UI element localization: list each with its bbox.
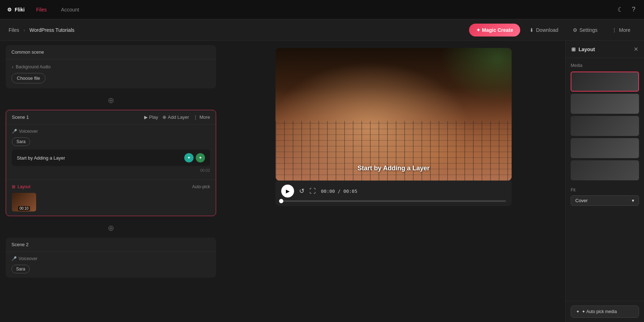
breadcrumb-separator: › (24, 27, 25, 33)
scene-2-voiceover-row: 🎤 Voiceover (11, 256, 210, 261)
app-name: Fliki (15, 7, 25, 13)
chevron-down-icon: ▾ (632, 198, 634, 203)
teal-icon[interactable]: ✦ (184, 153, 194, 162)
scene-1-play-button[interactable]: ▶ Play (144, 114, 158, 120)
scene-1-add-layer-button[interactable]: ⊕ Add Layer (162, 114, 189, 120)
more-icon: ⋮ (193, 114, 198, 120)
video-controls: ▶ ↺ ⛶ 00:00 / 00:05 (275, 180, 512, 206)
gear-icon: ⚙ (7, 7, 12, 13)
media-grid (571, 72, 639, 180)
replay-button[interactable]: ↺ (299, 187, 304, 195)
panel-title: ⊞ Layout (571, 47, 595, 52)
scene-2-header: Scene 2 (6, 238, 216, 252)
progress-thumb[interactable] (279, 199, 283, 203)
auto-pick-label: Auto-pick (192, 184, 210, 189)
star-icon: ✦ (576, 309, 580, 314)
scene-1-card: Scene 1 ▶ Play ⊕ Add Layer ⋮ More (6, 110, 216, 216)
green-icon[interactable]: ✦ (196, 153, 205, 162)
scene-1-time: 00:02 (12, 168, 210, 172)
video-background: Start by Adding a Layer (275, 48, 512, 181)
play-icon: ▶ (144, 114, 148, 120)
controls-row: ▶ ↺ ⛶ 00:00 / 00:05 (281, 185, 506, 197)
right-panel-header: ⊞ Layout ✕ (566, 41, 644, 58)
dark-mode-toggle[interactable]: ☾ (616, 4, 625, 15)
play-pause-button[interactable]: ▶ (281, 185, 294, 197)
scene-1-text-row[interactable]: Start by Adding a Layer ✦ ✦ (12, 150, 210, 166)
text-icons: ✦ ✦ (184, 153, 205, 162)
scene-1-text: Start by Adding a Layer (17, 155, 65, 161)
breadcrumb-actions: ✦ Magic Create ⬇ Download ⚙ Settings ⋮ M… (469, 24, 635, 36)
fit-label: Fit (571, 187, 639, 192)
right-panel: ⊞ Layout ✕ Media Fit Cover ▾ ✦ (565, 41, 644, 322)
progress-bar[interactable] (281, 200, 506, 202)
settings-button[interactable]: ⚙ Settings (568, 24, 603, 36)
settings-icon: ⚙ (573, 27, 577, 33)
add-scene-button-1[interactable]: ⊕ (105, 95, 117, 106)
scene-2-card: Scene 2 🎤 Voiceover Sara (6, 238, 216, 278)
video-corner-glow (441, 48, 512, 101)
breadcrumb-current: WordPress Tutorials (29, 27, 74, 33)
breadcrumb-root[interactable]: Files (9, 27, 19, 33)
layout-label: ⊞ Layout (12, 184, 30, 189)
add-layer-icon: ⊕ (162, 114, 166, 120)
download-icon: ⬇ (530, 27, 534, 33)
scene-1-more-button[interactable]: ⋮ More (193, 114, 210, 120)
more-dots-icon: ⋮ (612, 27, 617, 33)
common-scene-header: Common scene (6, 45, 216, 59)
auto-pick-media-button[interactable]: ✦ ✦ Auto pick media (571, 306, 639, 318)
media-item-1[interactable] (571, 72, 639, 92)
left-panel: Common scene ♪ Background Audio Choose f… (0, 41, 222, 322)
main-content: Common scene ♪ Background Audio Choose f… (0, 41, 644, 322)
video-preview: Start by Adding a Layer (275, 48, 512, 181)
media-item-4[interactable] (571, 138, 639, 158)
scene-1-body: 🎤 Voiceover Sara Start by Adding a Layer… (6, 125, 216, 180)
common-scene-card: Common scene ♪ Background Audio Choose f… (6, 45, 216, 88)
layout-grid-icon-right: ⊞ (571, 47, 576, 52)
layout-grid-icon: ⊞ (12, 184, 15, 189)
background-audio-label: ♪ Background Audio (11, 64, 210, 69)
auto-pick-media-footer: ✦ ✦ Auto pick media (566, 301, 644, 322)
center-panel: Start by Adding a Layer ▶ ↺ ⛶ 00:00 / 00… (222, 41, 565, 322)
mic-icon-2: 🎤 (11, 256, 17, 261)
layout-header: ⊞ Layout Auto-pick (12, 184, 210, 189)
app-logo: ⚙ Fliki (7, 7, 25, 13)
nav-account[interactable]: Account (58, 5, 82, 14)
media-label: Media (571, 63, 639, 68)
download-button[interactable]: ⬇ Download (525, 24, 563, 36)
choose-file-button[interactable]: Choose file (11, 73, 45, 83)
magic-create-button[interactable]: ✦ Magic Create (469, 24, 520, 36)
media-item-2[interactable] (571, 94, 639, 114)
scene-2-body: 🎤 Voiceover Sara (6, 252, 216, 278)
scene-2-voiceover-label: 🎤 Voiceover (11, 256, 38, 261)
nav-files[interactable]: Files (33, 5, 50, 14)
nav-right: ☾ ? (616, 4, 637, 15)
scene-2-title: Scene 2 (11, 242, 29, 247)
help-button[interactable]: ? (630, 4, 637, 15)
add-scene-row-1: ⊕ (6, 91, 216, 110)
common-scene-body: ♪ Background Audio Choose file (6, 59, 216, 88)
scene-1-title: Scene 1 (12, 114, 29, 120)
fit-dropdown[interactable]: Cover ▾ (571, 195, 639, 206)
voice-name-button[interactable]: Sara (12, 137, 30, 146)
scene-1-header: Scene 1 ▶ Play ⊕ Add Layer ⋮ More (6, 110, 216, 125)
music-icon: ♪ (11, 64, 14, 69)
more-button[interactable]: ⋮ More (607, 24, 635, 36)
video-subtitle: Start by Adding a Layer (357, 165, 429, 172)
top-navigation: ⚙ Fliki Files Account ☾ ? (0, 0, 644, 19)
voiceover-row: 🎤 Voiceover (12, 129, 210, 134)
scene-1-actions: ▶ Play ⊕ Add Layer ⋮ More (144, 114, 210, 120)
add-scene-row-2: ⊕ (6, 219, 216, 238)
media-item-5[interactable] (571, 160, 639, 180)
fit-value: Cover (575, 198, 588, 203)
voiceover-label: 🎤 Voiceover (12, 129, 38, 134)
media-item-3[interactable] (571, 116, 639, 136)
breadcrumb-bar: Files › WordPress Tutorials ✦ Magic Crea… (0, 19, 644, 41)
add-scene-button-2[interactable]: ⊕ (105, 223, 117, 234)
scene-1-thumbnail[interactable]: 00:10 (12, 193, 36, 211)
panel-close-button[interactable]: ✕ (634, 46, 638, 53)
scene-2-voice-name-button[interactable]: Sara (11, 265, 30, 273)
right-panel-body: Media Fit Cover ▾ (566, 58, 644, 301)
fullscreen-button[interactable]: ⛶ (309, 187, 316, 195)
time-display: 00:00 / 00:05 (321, 189, 357, 194)
common-scene-title: Common scene (11, 49, 44, 55)
